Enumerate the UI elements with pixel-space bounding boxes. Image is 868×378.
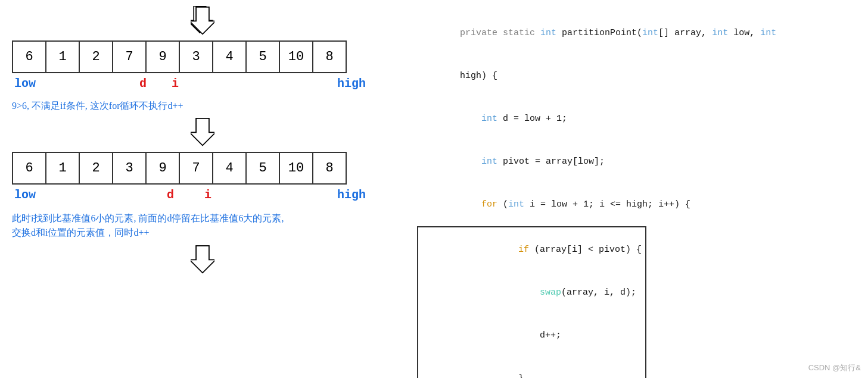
code-int-2: int [642, 28, 658, 38]
left-panel: 6 1 2 7 9 3 4 5 10 8 low d i high 9>6, 不… [0, 0, 405, 378]
code-pivot-assign: pivot = array[low]; [497, 157, 605, 167]
cell-1-1: 1 [45, 40, 80, 73]
cell-2-7: 5 [245, 152, 280, 185]
code-swap-indent [475, 288, 540, 298]
cell-1-5: 3 [179, 40, 213, 73]
code-int-5: int [481, 114, 497, 124]
code-line-5: for (int i = low + 1; i <= high; i++) { [417, 183, 856, 226]
label-i-2: i [204, 188, 211, 202]
note-2: 此时i找到比基准值6小的元素, 前面的d停留在比基准值6大的元素, 交换d和i位… [12, 211, 393, 240]
label-low-2: low [14, 188, 36, 202]
label-i-1: i [172, 77, 179, 90]
code-line-dpp: d++; [422, 314, 642, 357]
code-int-7: int [508, 199, 524, 210]
cell-1-2: 2 [79, 40, 113, 73]
cell-2-9: 8 [312, 152, 347, 185]
cell-1-0: 6 [12, 40, 46, 73]
code-dpp-indent: d++; [475, 330, 561, 340]
code-indent-4 [460, 157, 481, 167]
arrow-down-1 [12, 6, 393, 36]
watermark: CSDN @知行& [808, 363, 861, 373]
code-low-param: low, [728, 28, 760, 38]
arrow-down-3 [12, 245, 393, 274]
code-line-swap: swap(array, i, d); [422, 271, 642, 314]
code-line-4: int pivot = array[low]; [417, 140, 856, 183]
code-if-cond: (array[i] < pivot) { [529, 245, 642, 255]
right-panel: private static int partitionPoint(int[] … [405, 0, 868, 378]
cell-1-3: 7 [112, 40, 147, 73]
code-int-6: int [481, 157, 497, 167]
label-high-2: high [337, 188, 366, 202]
cell-2-4: 9 [145, 152, 180, 185]
code-high-param: high) { [460, 71, 497, 81]
svg-marker-2 [191, 118, 214, 145]
cell-1-4: 9 [145, 40, 180, 73]
labels-row-1: low d i high [12, 77, 393, 98]
labels-row-2: low d i high [12, 188, 393, 209]
code-close-if: } [475, 373, 524, 378]
array-2: 6 1 2 3 9 7 4 5 10 8 [12, 152, 393, 185]
cell-1-9: 8 [312, 40, 347, 73]
note-1: 9>6, 不满足if条件, 这次for循环不执行d++ [12, 100, 393, 113]
note-2-line1: 此时i找到比基准值6小的元素, 前面的d停留在比基准值6大的元素, [12, 211, 393, 226]
cell-2-6: 4 [212, 152, 247, 185]
label-d-1: d [139, 77, 147, 90]
code-for-paren: ( [497, 199, 508, 210]
code-for: for [481, 199, 497, 210]
cell-2-0: 6 [12, 152, 46, 185]
note-2-line2: 交换d和i位置的元素值，同时d++ [12, 226, 393, 240]
array-1: 6 1 2 7 9 3 4 5 10 8 [12, 40, 393, 73]
code-highlight-block: if (array[i] < pivot) { swap(array, i, d… [417, 226, 646, 378]
cell-1-8: 10 [279, 40, 313, 73]
main-container: 6 1 2 7 9 3 4 5 10 8 low d i high 9>6, 不… [0, 0, 868, 378]
arrow-down-2 [12, 117, 393, 147]
code-int-4: int [760, 28, 776, 38]
code-line-2: high) { [417, 55, 856, 98]
cell-1-7: 5 [245, 40, 280, 73]
cell-1-6: 4 [212, 40, 247, 73]
label-low-1: low [14, 77, 36, 90]
code-line-if: if (array[i] < pivot) { [422, 229, 642, 271]
code-private: private static [460, 28, 540, 38]
code-line-3: int d = low + 1; [417, 98, 856, 140]
cell-2-1: 1 [45, 152, 80, 185]
code-d-assign: d = low + 1; [497, 114, 567, 124]
code-for-body: i = low + 1; i <= high; i++) { [524, 199, 690, 210]
code-line-1: private static int partitionPoint(int[] … [417, 12, 856, 55]
code-swap-method: swap [540, 288, 561, 298]
code-if-indent [475, 245, 518, 255]
cell-2-8: 10 [279, 152, 313, 185]
code-method-name: partitionPoint( [556, 28, 642, 38]
code-indent-5 [460, 199, 481, 210]
code-indent-3 [460, 114, 481, 124]
code-int-1: int [540, 28, 556, 38]
cell-2-2: 2 [79, 152, 113, 185]
label-high-1: high [337, 77, 366, 90]
code-swap-args: (array, i, d); [561, 288, 636, 298]
cell-2-5: 7 [179, 152, 213, 185]
svg-marker-3 [191, 246, 214, 273]
label-d-2: d [167, 188, 174, 202]
code-int-3: int [712, 28, 728, 38]
code-array-param: [] array, [658, 28, 712, 38]
cell-2-3: 3 [112, 152, 147, 185]
code-if: if [518, 245, 529, 255]
code-line-close-if: } [422, 357, 642, 378]
